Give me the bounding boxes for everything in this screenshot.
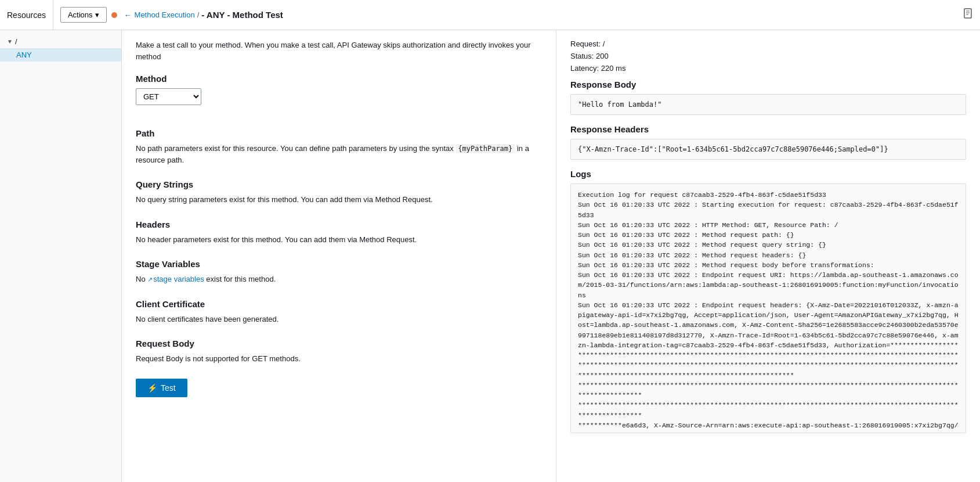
logs-title: Logs [570, 169, 966, 179]
request-body-section: Request Body Request Body is not support… [136, 339, 542, 365]
actions-label: Actions [68, 10, 93, 19]
test-button[interactable]: ⚡ Test [136, 379, 187, 397]
response-headers-title: Response Headers [570, 124, 966, 134]
external-link-icon: ↗ [147, 276, 153, 283]
chevron-down-icon: ▾ [95, 10, 99, 19]
sidebar-item-any[interactable]: ANY [0, 48, 121, 62]
request-body-title: Request Body [136, 339, 542, 348]
left-panel: Make a test call to your method. When yo… [122, 30, 556, 482]
method-select[interactable]: GET POST PUT DELETE PATCH HEAD OPTIONS [136, 88, 201, 105]
response-body-box: "Hello from Lambda!" [570, 94, 966, 115]
request-body-body: Request Body is not supported for GET me… [136, 353, 542, 365]
query-strings-section: Query Strings No query string parameters… [136, 179, 542, 206]
actions-button[interactable]: Actions ▾ [60, 7, 107, 23]
right-panel: Request: / Status: 200 Latency: 220 ms R… [556, 30, 980, 482]
headers-section: Headers No header parameters exist for t… [136, 220, 542, 246]
headers-title: Headers [136, 220, 542, 229]
stage-variables-prefix: No [136, 275, 147, 283]
top-bar: Resources Actions ▾ ← Method Execution /… [0, 0, 980, 30]
resources-label: Resources [7, 0, 53, 30]
breadcrumb-current: - ANY - Method Test [201, 10, 283, 20]
lightning-icon: ⚡ [147, 383, 157, 393]
logs-box: Execution log for request c87caab3-2529-… [570, 184, 966, 433]
latency-result: Latency: 220 ms [570, 64, 966, 73]
description-text: Make a test call to your method. When yo… [136, 39, 542, 62]
back-arrow-icon: ← [124, 10, 132, 20]
response-headers-box: {"X-Amzn-Trace-Id":["Root=1-634b5c61-5bd… [570, 139, 966, 160]
status-dot [111, 12, 117, 18]
path-body: No path parameters exist for this resour… [136, 143, 542, 166]
breadcrumb: ← Method Execution / - ANY - Method Test [124, 10, 283, 20]
response-body-title: Response Body [570, 80, 966, 89]
sidebar-root-label: / [15, 37, 17, 46]
query-strings-title: Query Strings [136, 179, 542, 189]
breadcrumb-separator: / [197, 10, 200, 19]
notebook-icon [963, 8, 973, 21]
breadcrumb-method-execution[interactable]: Method Execution [135, 10, 195, 19]
path-body-text: No path parameters exist for this resour… [136, 144, 455, 153]
request-result: Request: / [570, 39, 966, 48]
client-cert-title: Client Certificate [136, 299, 542, 309]
test-button-label: Test [161, 383, 176, 393]
resources-text: Resources [7, 10, 46, 20]
stage-variables-title: Stage Variables [136, 259, 542, 269]
stage-variables-body: No ↗stage variables exist for this metho… [136, 274, 542, 285]
client-cert-body: No client certificates have been generat… [136, 314, 542, 325]
main-layout: ▼ / ANY Make a test call to your method.… [0, 30, 980, 482]
path-syntax: {myPathParam} [455, 144, 515, 153]
expand-arrow-icon: ▼ [7, 38, 13, 45]
status-result: Status: 200 [570, 52, 966, 60]
sidebar: ▼ / ANY [0, 30, 122, 482]
headers-body: No header parameters exist for this meth… [136, 234, 542, 246]
method-section: Method GET POST PUT DELETE PATCH HEAD OP… [136, 74, 542, 114]
path-title: Path [136, 128, 542, 138]
svg-rect-0 [964, 9, 971, 18]
query-strings-body: No query string parameters exist for thi… [136, 194, 542, 206]
stage-variables-link[interactable]: ↗stage variables [147, 275, 204, 283]
sidebar-root[interactable]: ▼ / [0, 35, 121, 48]
any-label: ANY [16, 51, 32, 59]
method-title: Method [136, 74, 542, 84]
content-area: Make a test call to your method. When yo… [122, 30, 980, 482]
client-cert-section: Client Certificate No client certificate… [136, 299, 542, 325]
stage-variables-suffix: exist for this method. [204, 275, 276, 283]
stage-variables-section: Stage Variables No ↗stage variables exis… [136, 259, 542, 285]
path-section: Path No path parameters exist for this r… [136, 128, 542, 166]
